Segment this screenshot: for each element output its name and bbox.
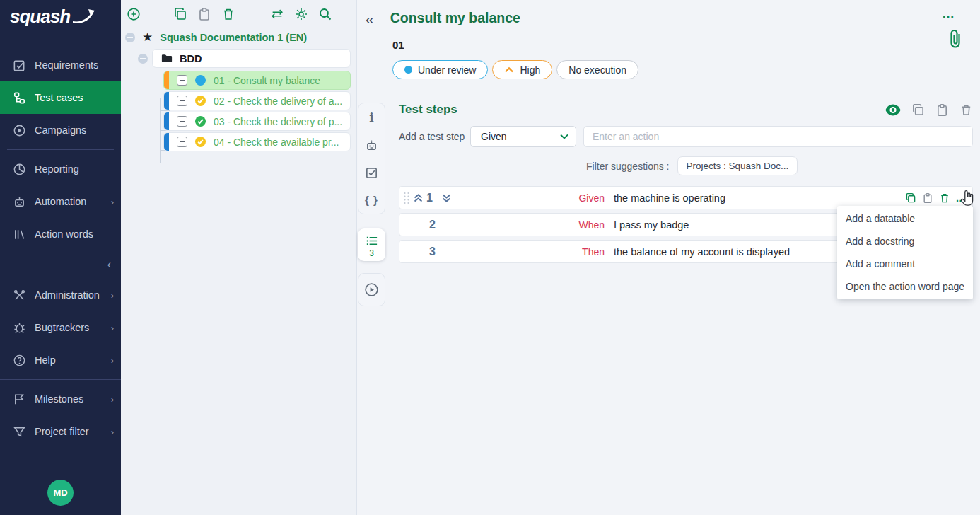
tab-verified-requirements-icon[interactable]	[365, 166, 378, 180]
paste-step-icon[interactable]	[922, 192, 933, 204]
sidebar-item-label: Requirements	[35, 59, 114, 71]
chevron-right-icon: ›	[111, 290, 114, 301]
favorite-star-icon: ★	[142, 31, 153, 43]
menu-item-open-action-word-page[interactable]: Open the action word page	[837, 275, 973, 298]
importance-bar	[164, 92, 169, 110]
paste-steps-icon[interactable]	[935, 103, 949, 117]
tree-item-test-case[interactable]: 03 - Check the delivery of p...	[163, 112, 351, 131]
tree-folder-row[interactable]: BDD	[138, 49, 351, 68]
preview-eye-icon[interactable]	[885, 104, 901, 116]
collapse-node-icon[interactable]	[125, 33, 135, 42]
delete-step-icon[interactable]	[939, 192, 950, 204]
tree-connector	[148, 88, 158, 88]
bugtrackers-bug-icon	[13, 321, 26, 335]
page-title: Consult my balance	[390, 10, 520, 26]
sidebar-item-milestones[interactable]: Milestones ›	[0, 383, 121, 415]
step-more-options-icon[interactable]: …	[956, 195, 967, 201]
sidebar-item-help[interactable]: Help ›	[0, 344, 121, 376]
tree-item-test-case[interactable]: 01 - Consult my balance	[163, 71, 351, 90]
settings-gear-icon[interactable]	[294, 7, 308, 21]
execution-badge[interactable]: No execution	[556, 60, 638, 79]
status-to-be-updated-icon	[195, 137, 206, 147]
sidebar-item-label: Project filter	[35, 426, 103, 437]
step-number: 2	[429, 219, 436, 231]
importance-badge[interactable]: High	[492, 60, 552, 79]
tree-project-label[interactable]: Squash Documentation 1 (EN)	[160, 32, 307, 43]
delete-steps-icon[interactable]	[959, 103, 973, 117]
sidebar-item-label: Test cases	[35, 92, 114, 103]
menu-item-add-datatable[interactable]: Add a datatable	[837, 207, 973, 230]
tree-item-test-case[interactable]: 04 - Check the available pr...	[163, 132, 351, 151]
sidebar-item-administration[interactable]: Administration ›	[0, 279, 121, 311]
move-step-up-icon[interactable]	[413, 194, 424, 202]
drag-handle-icon[interactable]	[403, 192, 410, 204]
collapse-step-icon[interactable]	[177, 137, 187, 147]
attachments-paperclip-icon[interactable]	[947, 28, 963, 50]
copy-steps-icon[interactable]	[911, 103, 925, 117]
app-logo[interactable]: squash	[0, 0, 121, 33]
paste-icon[interactable]	[197, 7, 211, 21]
delete-icon[interactable]	[221, 7, 235, 21]
tree-project-row[interactable]: ★ Squash Documentation 1 (EN)	[124, 28, 351, 49]
menu-item-add-comment[interactable]: Add a comment	[837, 253, 973, 275]
transfer-arrows-icon[interactable]	[270, 7, 284, 21]
reporting-pie-icon	[13, 163, 26, 176]
section-title: Test steps	[399, 103, 885, 117]
filter-suggestions-label: Filter suggestions :	[586, 161, 670, 172]
sidebar-nav: Requirements Test cases Campaigns Report…	[0, 33, 121, 454]
sidebar-item-reporting[interactable]: Reporting	[0, 153, 121, 185]
squash-logo-swoosh-icon	[71, 4, 95, 28]
chevron-down-icon	[560, 134, 568, 139]
sidebar-item-campaigns[interactable]: Campaigns	[0, 114, 121, 146]
automation-robot-icon	[13, 195, 26, 209]
new-item-icon[interactable]	[127, 7, 141, 21]
collapse-step-icon[interactable]	[177, 116, 187, 127]
status-badge[interactable]: Under review	[392, 60, 488, 79]
more-options-icon[interactable]: …	[942, 10, 956, 17]
tab-executions-play-icon	[364, 282, 379, 297]
collapse-step-icon[interactable]	[177, 75, 187, 86]
user-avatar[interactable]: MD	[47, 480, 74, 506]
project-filter-chip[interactable]: Projects : Squash Doc...	[677, 156, 798, 175]
importance-bar	[164, 112, 169, 130]
tab-parameters-braces-icon[interactable]: { }	[365, 194, 378, 206]
tree-item-label: 03 - Check the delivery of p...	[214, 116, 342, 127]
tree-connector	[160, 163, 170, 163]
sidebar-collapse-button[interactable]: ‹	[0, 250, 121, 279]
importance-bar	[164, 133, 169, 151]
collapse-step-icon[interactable]	[177, 96, 187, 106]
sidebar-item-automation[interactable]: Automation ›	[0, 185, 121, 218]
tab-automation-robot-icon[interactable]	[365, 139, 378, 152]
execution-badge-label: No execution	[568, 64, 626, 76]
action-input[interactable]	[583, 126, 973, 147]
collapse-node-icon[interactable]	[138, 54, 148, 64]
tree-connector	[148, 57, 148, 163]
keyword-select[interactable]: Given	[470, 126, 576, 147]
requirements-icon	[13, 59, 26, 72]
collapse-panel-icon[interactable]: «	[366, 11, 374, 27]
sidebar-item-label: Administration	[35, 289, 103, 301]
tab-information-icon[interactable]: i	[369, 111, 373, 125]
sidebar-item-requirements[interactable]: Requirements	[0, 49, 121, 81]
tree-item-label: 01 - Consult my balance	[214, 75, 320, 86]
sidebar-item-test-cases[interactable]: Test cases	[0, 81, 121, 114]
tab-executions[interactable]	[358, 273, 385, 306]
tab-test-steps-active[interactable]: 3	[358, 228, 385, 261]
sidebar-item-bugtrackers[interactable]: Bugtrackers ›	[0, 311, 121, 344]
importance-caret-icon	[504, 66, 514, 74]
menu-item-add-docstring[interactable]: Add a docstring	[837, 230, 973, 253]
search-icon[interactable]	[318, 7, 332, 21]
tree-folder-label: BDD	[180, 53, 202, 64]
sidebar-item-label: Campaigns	[35, 125, 114, 136]
sidebar-item-project-filter[interactable]: Project filter ›	[0, 415, 121, 448]
sidebar-item-label: Milestones	[35, 393, 103, 405]
move-step-down-icon[interactable]	[441, 194, 452, 202]
copy-step-icon[interactable]	[905, 192, 916, 204]
copy-icon[interactable]	[173, 7, 187, 21]
sidebar-item-action-words[interactable]: Action words	[0, 218, 121, 250]
tab-steps-list-icon	[365, 234, 378, 248]
action-words-library-icon	[13, 228, 26, 241]
status-to-be-updated-icon	[195, 96, 206, 106]
tree-item-test-case[interactable]: 02 - Check the delivery of a...	[163, 91, 351, 110]
test-cases-tree-icon	[13, 91, 26, 105]
